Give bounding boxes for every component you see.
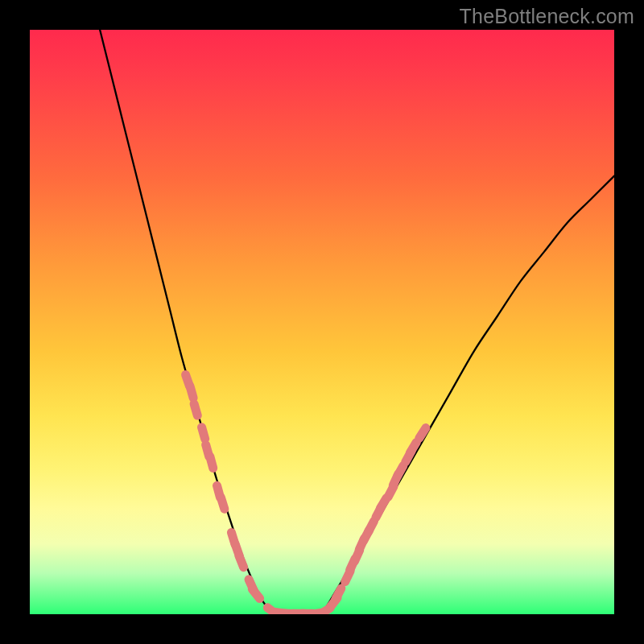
- highlight-markers: [186, 375, 426, 614]
- plot-area: [30, 30, 614, 614]
- watermark-text: TheBottleneck.com: [460, 5, 634, 28]
- marker-dash: [369, 521, 374, 531]
- marker-dash: [419, 428, 426, 439]
- marker-dash: [252, 589, 259, 599]
- chart-frame: TheBottleneck.com: [0, 0, 644, 644]
- bottleneck-curve: [100, 30, 614, 614]
- marker-dash: [336, 588, 341, 599]
- marker-dash: [210, 456, 213, 468]
- marker-dash: [190, 386, 193, 398]
- curve-path: [100, 30, 614, 614]
- marker-dash: [194, 404, 197, 415]
- marker-dash: [410, 443, 416, 453]
- marker-dash: [398, 466, 403, 477]
- chart-svg: [30, 30, 614, 614]
- marker-dash: [221, 497, 224, 509]
- marker-dash: [202, 427, 205, 439]
- marker-dash: [239, 556, 244, 568]
